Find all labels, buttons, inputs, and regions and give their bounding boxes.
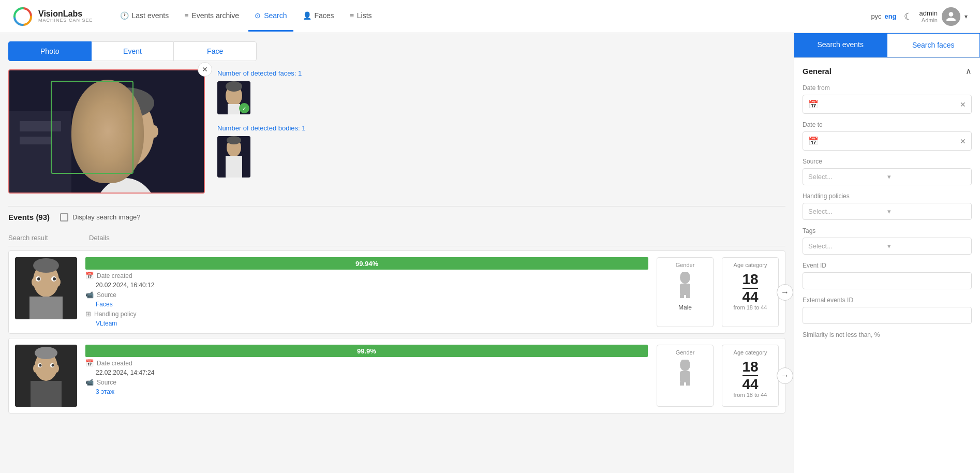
similarity-label: Similarity is not less than, % bbox=[803, 331, 972, 338]
date-from-clear[interactable]: ✕ bbox=[960, 100, 966, 109]
similarity-bar-container: 99.94% bbox=[85, 257, 648, 270]
tab-search-faces[interactable]: Search faces bbox=[887, 33, 981, 57]
detected-bodies-title: Number of detected bodies: 1 bbox=[217, 124, 785, 132]
svg-point-7 bbox=[97, 87, 154, 119]
svg-point-24 bbox=[33, 258, 59, 273]
svg-point-12 bbox=[93, 125, 101, 138]
svg-point-38 bbox=[35, 347, 57, 359]
handling-policies-label: Handling policies bbox=[803, 193, 972, 200]
detail-date-value: 20.02.2024, 16:40:12 bbox=[85, 282, 648, 289]
source-select[interactable]: Select... ▾ bbox=[803, 168, 972, 185]
svg-rect-33 bbox=[680, 284, 690, 295]
age-bottom: 44 bbox=[729, 377, 772, 392]
main-layout: Photo Event Face bbox=[0, 33, 980, 473]
table-header: Search result Details bbox=[8, 234, 785, 246]
tags-arrow: ▾ bbox=[887, 242, 967, 250]
photo-tabs: Photo Event Face bbox=[8, 41, 257, 61]
calendar-icon: 📅 bbox=[85, 272, 94, 279]
event-id-input[interactable] bbox=[803, 272, 972, 289]
close-button[interactable]: ✕ bbox=[198, 62, 212, 77]
gender-label: Gender bbox=[663, 349, 707, 356]
right-panel: Search events Search faces General ∧ Dat… bbox=[794, 33, 980, 473]
nav-faces[interactable]: 👤 Faces bbox=[296, 1, 340, 32]
nav-last-events[interactable]: 🕐 Last events bbox=[114, 1, 175, 32]
filter-section-header: General ∧ bbox=[803, 66, 972, 76]
filter-similarity: Similarity is not less than, % bbox=[803, 331, 972, 338]
svg-rect-49 bbox=[686, 381, 690, 386]
collapse-icon[interactable]: ∧ bbox=[966, 66, 972, 76]
svg-point-10 bbox=[114, 124, 118, 128]
tags-select[interactable]: Select... ▾ bbox=[803, 238, 972, 255]
detected-face-thumb[interactable]: ✓ bbox=[217, 81, 250, 114]
calendar-icon: 📅 bbox=[85, 359, 94, 367]
event-navigate-arrow[interactable]: → bbox=[777, 367, 793, 384]
detail-date-created: 📅 Date created bbox=[85, 272, 648, 279]
calendar-from-icon: 📅 bbox=[808, 99, 819, 109]
detail-source: 📹 Source bbox=[85, 291, 648, 299]
search-type-tabs: Search events Search faces bbox=[794, 33, 980, 58]
svg-point-20 bbox=[227, 136, 241, 144]
svg-point-9 bbox=[132, 123, 140, 129]
svg-point-30 bbox=[37, 277, 40, 280]
similarity-bar: 99.94% bbox=[85, 257, 648, 270]
event-thumbnail[interactable] bbox=[15, 345, 77, 407]
search-icon: ⊙ bbox=[255, 11, 261, 20]
brand-name: VisionLabs bbox=[38, 9, 93, 19]
tab-search-events[interactable]: Search events bbox=[794, 33, 887, 57]
source-link[interactable]: 3 этаж bbox=[96, 388, 114, 395]
event-navigate-arrow[interactable]: → bbox=[777, 284, 793, 301]
svg-rect-4 bbox=[20, 137, 51, 144]
svg-point-13 bbox=[150, 125, 158, 138]
tab-event[interactable]: Event bbox=[92, 41, 174, 61]
detected-panel: Number of detected faces: 1 ✓ bbox=[217, 69, 785, 187]
policy-link[interactable]: VLteam bbox=[96, 320, 117, 327]
tab-face[interactable]: Face bbox=[173, 41, 257, 61]
external-events-id-input[interactable] bbox=[803, 307, 972, 324]
tab-photo[interactable]: Photo bbox=[8, 41, 92, 61]
gender-label: Gender bbox=[663, 262, 707, 268]
event-id-label: Event ID bbox=[803, 262, 972, 269]
svg-point-44 bbox=[39, 364, 42, 367]
theme-toggle-icon[interactable]: ☾ bbox=[904, 11, 912, 22]
events-header: Events (93) Display search image? bbox=[8, 206, 785, 228]
left-panel: Photo Event Face bbox=[0, 33, 794, 473]
date-from-input[interactable] bbox=[823, 100, 960, 108]
event-thumbnail[interactable] bbox=[15, 257, 77, 319]
nav-links: 🕐 Last events ≡ Events archive ⊙ Search … bbox=[114, 1, 871, 32]
user-info[interactable]: admin Admin ▾ bbox=[919, 7, 968, 26]
source-link[interactable]: Faces bbox=[96, 301, 113, 308]
lang-rus[interactable]: рус bbox=[871, 12, 882, 20]
brand: VisionLabs MACHINES CAN SEE bbox=[12, 6, 93, 27]
detail-date-value: 22.02.2024, 14:47:24 bbox=[85, 369, 648, 376]
svg-point-31 bbox=[53, 277, 56, 280]
svg-rect-17 bbox=[228, 104, 240, 114]
age-card: Age category 18 44 from 18 to 44 bbox=[722, 345, 779, 407]
external-events-id-label: External events ID bbox=[803, 297, 972, 304]
uploaded-photo bbox=[8, 69, 205, 194]
nav-events-archive[interactable]: ≡ Events archive bbox=[178, 1, 245, 32]
table-row: 99.94% 📅 Date created 20.02.2024, 16:40:… bbox=[8, 250, 785, 334]
age-range: from 18 to 44 bbox=[729, 392, 772, 398]
svg-rect-34 bbox=[680, 294, 684, 298]
user-role: Admin bbox=[922, 17, 938, 23]
age-category-label: Age category bbox=[729, 349, 772, 356]
filter-handling-policies: Handling policies Select... ▾ bbox=[803, 193, 972, 220]
display-search-image-checkbox[interactable]: Display search image? bbox=[60, 213, 141, 221]
navbar: VisionLabs MACHINES CAN SEE 🕐 Last event… bbox=[0, 0, 980, 33]
brand-logo bbox=[12, 6, 33, 27]
nav-search[interactable]: ⊙ Search bbox=[248, 1, 293, 32]
nav-lists[interactable]: ≡ Lists bbox=[344, 1, 378, 32]
age-category-label: Age category bbox=[729, 262, 772, 268]
svg-rect-41 bbox=[31, 381, 62, 407]
detected-body-thumb[interactable] bbox=[217, 136, 250, 178]
date-to-clear[interactable]: ✕ bbox=[960, 137, 966, 145]
source-icon: 📹 bbox=[85, 291, 94, 299]
lang-eng[interactable]: eng bbox=[884, 12, 896, 20]
col-header-search-result: Search result bbox=[8, 234, 81, 242]
date-to-input[interactable] bbox=[823, 137, 960, 145]
handling-policies-select[interactable]: Select... ▾ bbox=[803, 203, 972, 220]
calendar-to-icon: 📅 bbox=[808, 136, 819, 146]
svg-rect-35 bbox=[686, 294, 690, 298]
avatar bbox=[942, 7, 960, 26]
date-from-label: Date from bbox=[803, 84, 972, 92]
